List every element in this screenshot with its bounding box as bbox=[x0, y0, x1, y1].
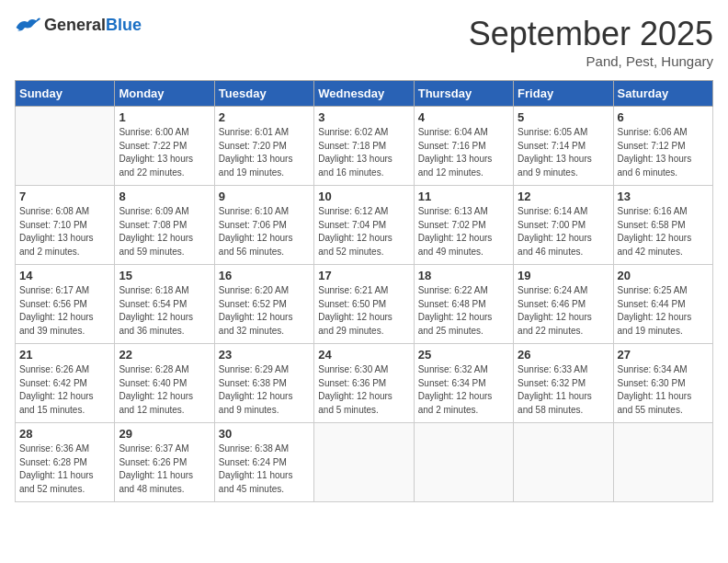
weekday-header-saturday: Saturday bbox=[613, 81, 712, 107]
day-detail: Sunrise: 6:22 AMSunset: 6:48 PMDaylight:… bbox=[418, 284, 509, 338]
day-number: 26 bbox=[518, 348, 609, 362]
day-number: 16 bbox=[219, 269, 310, 282]
calendar-body: 1Sunrise: 6:00 AMSunset: 7:22 PMDaylight… bbox=[16, 107, 713, 502]
day-number: 4 bbox=[418, 110, 509, 124]
calendar-week-5: 28Sunrise: 6:36 AMSunset: 6:28 PMDayligh… bbox=[16, 423, 713, 502]
calendar-cell: 3Sunrise: 6:02 AMSunset: 7:18 PMDaylight… bbox=[314, 107, 414, 186]
calendar-cell: 4Sunrise: 6:04 AMSunset: 7:16 PMDaylight… bbox=[414, 107, 513, 186]
calendar-cell: 26Sunrise: 6:33 AMSunset: 6:32 PMDayligh… bbox=[514, 344, 613, 423]
page-header: GeneralBlue September 2025 Pand, Pest, H… bbox=[15, 15, 713, 69]
calendar-cell: 28Sunrise: 6:36 AMSunset: 6:28 PMDayligh… bbox=[16, 423, 115, 502]
day-number: 18 bbox=[418, 269, 509, 282]
day-number: 12 bbox=[518, 190, 609, 203]
day-number: 10 bbox=[318, 190, 409, 203]
calendar-cell: 9Sunrise: 6:10 AMSunset: 7:06 PMDaylight… bbox=[214, 186, 313, 265]
day-detail: Sunrise: 6:24 AMSunset: 6:46 PMDaylight:… bbox=[518, 284, 609, 338]
day-detail: Sunrise: 6:30 AMSunset: 6:36 PMDaylight:… bbox=[318, 363, 409, 417]
calendar-cell: 27Sunrise: 6:34 AMSunset: 6:30 PMDayligh… bbox=[613, 344, 712, 423]
calendar-cell bbox=[314, 423, 414, 502]
day-detail: Sunrise: 6:05 AMSunset: 7:14 PMDaylight:… bbox=[518, 126, 609, 179]
weekday-header-friday: Friday bbox=[514, 81, 613, 107]
day-number: 21 bbox=[19, 348, 110, 362]
calendar-cell: 12Sunrise: 6:14 AMSunset: 7:00 PMDayligh… bbox=[514, 186, 613, 265]
day-number: 27 bbox=[618, 348, 709, 362]
calendar-cell: 8Sunrise: 6:09 AMSunset: 7:08 PMDaylight… bbox=[115, 186, 214, 265]
day-detail: Sunrise: 6:01 AMSunset: 7:20 PMDaylight:… bbox=[219, 126, 310, 179]
day-number: 2 bbox=[219, 110, 310, 124]
calendar-cell bbox=[16, 107, 115, 186]
calendar-cell: 13Sunrise: 6:16 AMSunset: 6:58 PMDayligh… bbox=[613, 186, 712, 265]
day-detail: Sunrise: 6:18 AMSunset: 6:54 PMDaylight:… bbox=[119, 284, 210, 338]
day-detail: Sunrise: 6:13 AMSunset: 7:02 PMDaylight:… bbox=[418, 205, 509, 259]
day-detail: Sunrise: 6:08 AMSunset: 7:10 PMDaylight:… bbox=[19, 205, 110, 259]
weekday-header-thursday: Thursday bbox=[414, 81, 513, 107]
title-block: September 2025 Pand, Pest, Hungary bbox=[469, 15, 713, 69]
calendar-cell: 10Sunrise: 6:12 AMSunset: 7:04 PMDayligh… bbox=[314, 186, 414, 265]
day-number: 5 bbox=[518, 110, 609, 124]
calendar-cell: 14Sunrise: 6:17 AMSunset: 6:56 PMDayligh… bbox=[16, 265, 115, 344]
day-number: 20 bbox=[618, 269, 709, 282]
day-number: 30 bbox=[219, 427, 310, 441]
month-title: September 2025 bbox=[469, 15, 713, 53]
calendar-cell: 5Sunrise: 6:05 AMSunset: 7:14 PMDaylight… bbox=[514, 107, 613, 186]
day-number: 13 bbox=[618, 190, 709, 203]
calendar-cell bbox=[414, 423, 513, 502]
day-number: 6 bbox=[618, 110, 709, 124]
calendar-cell: 30Sunrise: 6:38 AMSunset: 6:24 PMDayligh… bbox=[214, 423, 313, 502]
day-number: 25 bbox=[418, 348, 509, 362]
day-detail: Sunrise: 6:06 AMSunset: 7:12 PMDaylight:… bbox=[618, 126, 709, 179]
day-detail: Sunrise: 6:21 AMSunset: 6:50 PMDaylight:… bbox=[318, 284, 409, 338]
calendar-cell: 16Sunrise: 6:20 AMSunset: 6:52 PMDayligh… bbox=[214, 265, 313, 344]
calendar-week-1: 1Sunrise: 6:00 AMSunset: 7:22 PMDaylight… bbox=[16, 107, 713, 186]
day-detail: Sunrise: 6:34 AMSunset: 6:30 PMDaylight:… bbox=[618, 363, 709, 417]
calendar-cell bbox=[613, 423, 712, 502]
calendar-cell: 18Sunrise: 6:22 AMSunset: 6:48 PMDayligh… bbox=[414, 265, 513, 344]
day-detail: Sunrise: 6:38 AMSunset: 6:24 PMDaylight:… bbox=[219, 442, 310, 496]
day-detail: Sunrise: 6:25 AMSunset: 6:44 PMDaylight:… bbox=[618, 284, 709, 338]
day-detail: Sunrise: 6:29 AMSunset: 6:38 PMDaylight:… bbox=[219, 363, 310, 417]
day-detail: Sunrise: 6:02 AMSunset: 7:18 PMDaylight:… bbox=[318, 126, 409, 179]
day-number: 17 bbox=[318, 269, 409, 282]
location: Pand, Pest, Hungary bbox=[469, 53, 713, 69]
day-number: 7 bbox=[19, 190, 110, 203]
day-number: 22 bbox=[119, 348, 210, 362]
calendar-week-2: 7Sunrise: 6:08 AMSunset: 7:10 PMDaylight… bbox=[16, 186, 713, 265]
logo-text-blue: Blue bbox=[106, 16, 142, 34]
calendar-cell: 25Sunrise: 6:32 AMSunset: 6:34 PMDayligh… bbox=[414, 344, 513, 423]
day-number: 1 bbox=[119, 110, 210, 124]
day-detail: Sunrise: 6:14 AMSunset: 7:00 PMDaylight:… bbox=[518, 205, 609, 259]
calendar-cell: 11Sunrise: 6:13 AMSunset: 7:02 PMDayligh… bbox=[414, 186, 513, 265]
day-number: 9 bbox=[219, 190, 310, 203]
day-detail: Sunrise: 6:36 AMSunset: 6:28 PMDaylight:… bbox=[19, 442, 110, 496]
calendar-cell: 23Sunrise: 6:29 AMSunset: 6:38 PMDayligh… bbox=[214, 344, 313, 423]
calendar-table: SundayMondayTuesdayWednesdayThursdayFrid… bbox=[15, 80, 713, 502]
calendar-week-3: 14Sunrise: 6:17 AMSunset: 6:56 PMDayligh… bbox=[16, 265, 713, 344]
weekday-header-wednesday: Wednesday bbox=[314, 81, 414, 107]
day-detail: Sunrise: 6:12 AMSunset: 7:04 PMDaylight:… bbox=[318, 205, 409, 259]
calendar-cell: 2Sunrise: 6:01 AMSunset: 7:20 PMDaylight… bbox=[214, 107, 313, 186]
day-number: 8 bbox=[119, 190, 210, 203]
day-number: 23 bbox=[219, 348, 310, 362]
day-number: 28 bbox=[19, 427, 110, 441]
day-number: 15 bbox=[119, 269, 210, 282]
weekday-header-sunday: Sunday bbox=[16, 81, 115, 107]
calendar-cell: 20Sunrise: 6:25 AMSunset: 6:44 PMDayligh… bbox=[613, 265, 712, 344]
logo-text-general: General bbox=[44, 16, 106, 34]
day-number: 24 bbox=[318, 348, 409, 362]
day-detail: Sunrise: 6:04 AMSunset: 7:16 PMDaylight:… bbox=[418, 126, 509, 179]
day-number: 29 bbox=[119, 427, 210, 441]
day-detail: Sunrise: 6:16 AMSunset: 6:58 PMDaylight:… bbox=[618, 205, 709, 259]
weekday-header-monday: Monday bbox=[115, 81, 214, 107]
day-number: 11 bbox=[418, 190, 509, 203]
day-detail: Sunrise: 6:37 AMSunset: 6:26 PMDaylight:… bbox=[119, 442, 210, 496]
day-detail: Sunrise: 6:10 AMSunset: 7:06 PMDaylight:… bbox=[219, 205, 310, 259]
calendar-cell: 21Sunrise: 6:26 AMSunset: 6:42 PMDayligh… bbox=[16, 344, 115, 423]
weekday-header-tuesday: Tuesday bbox=[214, 81, 313, 107]
calendar-cell: 24Sunrise: 6:30 AMSunset: 6:36 PMDayligh… bbox=[314, 344, 414, 423]
calendar-cell: 29Sunrise: 6:37 AMSunset: 6:26 PMDayligh… bbox=[115, 423, 214, 502]
day-detail: Sunrise: 6:26 AMSunset: 6:42 PMDaylight:… bbox=[19, 363, 110, 417]
calendar-cell: 6Sunrise: 6:06 AMSunset: 7:12 PMDaylight… bbox=[613, 107, 712, 186]
day-detail: Sunrise: 6:33 AMSunset: 6:32 PMDaylight:… bbox=[518, 363, 609, 417]
logo-bird-icon bbox=[15, 15, 40, 35]
calendar-header: SundayMondayTuesdayWednesdayThursdayFrid… bbox=[16, 81, 713, 107]
